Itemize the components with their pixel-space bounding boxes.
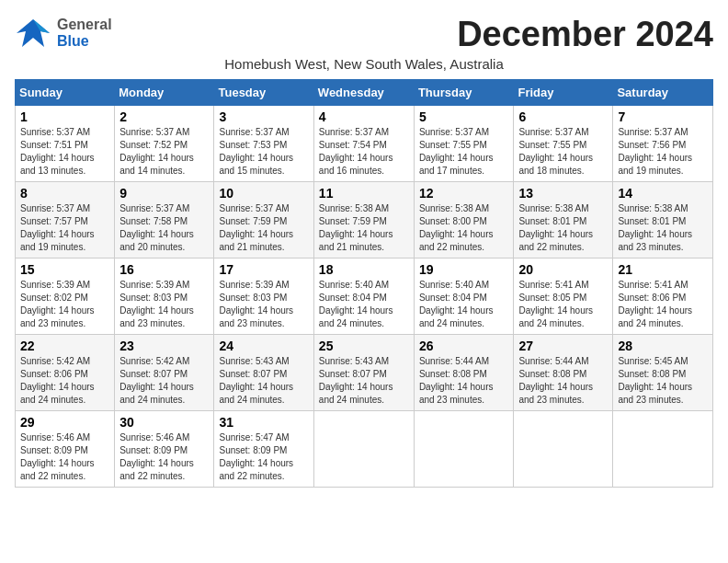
daylight-text: Daylight: 14 hours and 23 minutes.: [618, 229, 692, 252]
daylight-text: Daylight: 14 hours and 22 minutes.: [518, 229, 593, 252]
sunset-text: Sunset: 7:56 PM: [618, 140, 686, 150]
day-number: 13: [518, 186, 608, 201]
col-saturday: Saturday: [613, 80, 713, 106]
day-info: Sunrise: 5:37 AM Sunset: 7:57 PM Dayligh…: [20, 202, 109, 254]
col-thursday: Thursday: [414, 80, 514, 106]
sunrise-text: Sunrise: 5:37 AM: [419, 127, 489, 137]
sunrise-text: Sunrise: 5:39 AM: [219, 280, 289, 290]
calendar-cell: 4 Sunrise: 5:37 AM Sunset: 7:54 PM Dayli…: [313, 106, 414, 182]
calendar-cell: 22 Sunrise: 5:42 AM Sunset: 8:06 PM Dayl…: [16, 335, 115, 411]
calendar-cell: 27 Sunrise: 5:44 AM Sunset: 8:08 PM Dayl…: [514, 335, 613, 411]
sunrise-text: Sunrise: 5:38 AM: [518, 203, 588, 213]
sunset-text: Sunset: 8:03 PM: [219, 293, 287, 303]
sunset-text: Sunset: 8:07 PM: [119, 369, 188, 379]
calendar-cell: 16 Sunrise: 5:39 AM Sunset: 8:03 PM Dayl…: [115, 259, 214, 335]
calendar-cell: 2 Sunrise: 5:37 AM Sunset: 7:52 PM Dayli…: [115, 106, 214, 182]
day-info: Sunrise: 5:38 AM Sunset: 7:59 PM Dayligh…: [319, 202, 409, 254]
daylight-text: Daylight: 14 hours and 24 minutes.: [219, 382, 293, 405]
sunset-text: Sunset: 8:09 PM: [20, 445, 88, 455]
daylight-text: Daylight: 14 hours and 22 minutes.: [20, 458, 95, 481]
calendar-cell: 28 Sunrise: 5:45 AM Sunset: 8:08 PM Dayl…: [613, 335, 713, 411]
sunrise-text: Sunrise: 5:43 AM: [319, 356, 389, 366]
daylight-text: Daylight: 14 hours and 18 minutes.: [518, 153, 593, 176]
day-number: 11: [319, 186, 409, 201]
day-info: Sunrise: 5:40 AM Sunset: 8:04 PM Dayligh…: [419, 279, 509, 330]
sunset-text: Sunset: 7:55 PM: [419, 140, 487, 150]
sunrise-text: Sunrise: 5:40 AM: [419, 280, 489, 290]
sunset-text: Sunset: 7:59 PM: [219, 216, 287, 226]
sunrise-text: Sunrise: 5:41 AM: [618, 280, 688, 290]
sunset-text: Sunset: 8:06 PM: [618, 293, 686, 303]
sunset-text: Sunset: 7:53 PM: [219, 140, 287, 150]
day-number: 5: [419, 109, 509, 124]
day-number: 7: [618, 109, 708, 124]
day-info: Sunrise: 5:37 AM Sunset: 7:54 PM Dayligh…: [319, 126, 409, 178]
day-info: Sunrise: 5:44 AM Sunset: 8:08 PM Dayligh…: [419, 355, 509, 407]
sunrise-text: Sunrise: 5:46 AM: [20, 432, 90, 442]
daylight-text: Daylight: 14 hours and 24 minutes.: [319, 382, 393, 405]
day-info: Sunrise: 5:37 AM Sunset: 7:58 PM Dayligh…: [119, 202, 209, 254]
day-info: Sunrise: 5:37 AM Sunset: 7:52 PM Dayligh…: [119, 126, 209, 178]
col-tuesday: Tuesday: [214, 80, 313, 106]
day-info: Sunrise: 5:37 AM Sunset: 7:56 PM Dayligh…: [618, 126, 708, 178]
sunrise-text: Sunrise: 5:42 AM: [119, 356, 189, 366]
calendar-cell: 17 Sunrise: 5:39 AM Sunset: 8:03 PM Dayl…: [214, 259, 313, 335]
day-number: 12: [419, 186, 509, 201]
sunset-text: Sunset: 7:58 PM: [119, 216, 188, 226]
calendar-cell: [414, 411, 514, 488]
calendar-week-row: 22 Sunrise: 5:42 AM Sunset: 8:06 PM Dayl…: [16, 335, 713, 411]
daylight-text: Daylight: 14 hours and 24 minutes.: [20, 382, 95, 405]
day-info: Sunrise: 5:38 AM Sunset: 8:00 PM Dayligh…: [419, 202, 509, 254]
calendar-table: Sunday Monday Tuesday Wednesday Thursday…: [15, 79, 713, 488]
sunset-text: Sunset: 8:04 PM: [319, 293, 387, 303]
day-number: 8: [20, 186, 109, 201]
day-number: 9: [119, 186, 209, 201]
sunset-text: Sunset: 7:51 PM: [20, 140, 88, 150]
daylight-text: Daylight: 14 hours and 24 minutes.: [319, 305, 393, 328]
day-number: 30: [119, 415, 209, 430]
day-info: Sunrise: 5:45 AM Sunset: 8:08 PM Dayligh…: [618, 355, 708, 407]
calendar-cell: 1 Sunrise: 5:37 AM Sunset: 7:51 PM Dayli…: [16, 106, 115, 182]
daylight-text: Daylight: 14 hours and 22 minutes.: [419, 229, 494, 252]
sunset-text: Sunset: 8:08 PM: [419, 369, 487, 379]
day-number: 17: [219, 262, 308, 277]
calendar-cell: 24 Sunrise: 5:43 AM Sunset: 8:07 PM Dayl…: [214, 335, 313, 411]
day-info: Sunrise: 5:44 AM Sunset: 8:08 PM Dayligh…: [518, 355, 608, 407]
day-info: Sunrise: 5:43 AM Sunset: 8:07 PM Dayligh…: [319, 355, 409, 407]
sunrise-text: Sunrise: 5:42 AM: [20, 356, 90, 366]
sunset-text: Sunset: 7:55 PM: [518, 140, 586, 150]
sunset-text: Sunset: 8:07 PM: [319, 369, 387, 379]
daylight-text: Daylight: 14 hours and 24 minutes.: [419, 305, 494, 328]
logo-general: General: [57, 17, 112, 32]
calendar-cell: 3 Sunrise: 5:37 AM Sunset: 7:53 PM Dayli…: [214, 106, 313, 182]
day-number: 10: [219, 186, 308, 201]
day-number: 4: [319, 109, 409, 124]
daylight-text: Daylight: 14 hours and 14 minutes.: [119, 153, 194, 176]
sunset-text: Sunset: 8:09 PM: [219, 445, 287, 455]
daylight-text: Daylight: 14 hours and 23 minutes.: [119, 305, 194, 328]
day-number: 19: [419, 262, 509, 277]
day-info: Sunrise: 5:46 AM Sunset: 8:09 PM Dayligh…: [20, 431, 109, 483]
sunrise-text: Sunrise: 5:41 AM: [518, 280, 588, 290]
calendar-cell: 7 Sunrise: 5:37 AM Sunset: 7:56 PM Dayli…: [613, 106, 713, 182]
day-info: Sunrise: 5:37 AM Sunset: 7:59 PM Dayligh…: [219, 202, 308, 254]
day-info: Sunrise: 5:43 AM Sunset: 8:07 PM Dayligh…: [219, 355, 308, 407]
sunset-text: Sunset: 8:02 PM: [20, 293, 88, 303]
sunset-text: Sunset: 8:06 PM: [20, 369, 88, 379]
sunset-text: Sunset: 8:00 PM: [419, 216, 487, 226]
day-number: 29: [20, 415, 109, 430]
day-number: 27: [518, 339, 608, 353]
col-sunday: Sunday: [16, 80, 115, 106]
svg-marker-0: [17, 19, 50, 47]
daylight-text: Daylight: 14 hours and 24 minutes.: [119, 382, 194, 405]
calendar-cell: 26 Sunrise: 5:44 AM Sunset: 8:08 PM Dayl…: [414, 335, 514, 411]
calendar-week-row: 8 Sunrise: 5:37 AM Sunset: 7:57 PM Dayli…: [16, 182, 713, 259]
day-info: Sunrise: 5:41 AM Sunset: 8:06 PM Dayligh…: [618, 279, 708, 330]
day-number: 15: [20, 262, 109, 277]
calendar-cell: 31 Sunrise: 5:47 AM Sunset: 8:09 PM Dayl…: [214, 411, 313, 488]
day-info: Sunrise: 5:38 AM Sunset: 8:01 PM Dayligh…: [618, 202, 708, 254]
sunset-text: Sunset: 8:05 PM: [518, 293, 586, 303]
daylight-text: Daylight: 14 hours and 23 minutes.: [618, 382, 692, 405]
day-number: 6: [518, 109, 608, 124]
daylight-text: Daylight: 14 hours and 15 minutes.: [219, 153, 293, 176]
